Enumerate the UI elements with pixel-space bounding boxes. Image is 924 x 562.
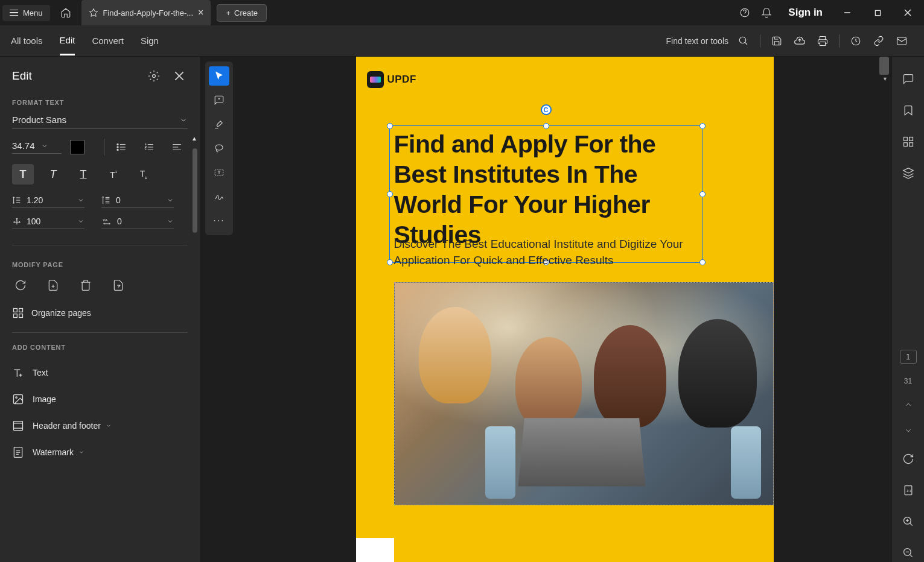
italic-button[interactable]: T <box>42 164 64 185</box>
selection-handle[interactable] <box>543 123 549 129</box>
trash-icon <box>80 279 92 291</box>
fit-width-button[interactable]: 1:1 <box>899 481 918 499</box>
comment-tool[interactable] <box>209 90 229 110</box>
align-button[interactable] <box>168 139 185 156</box>
panel-scrollbar[interactable] <box>193 148 197 558</box>
selection-handle[interactable] <box>387 259 393 265</box>
search-button[interactable] <box>732 30 755 52</box>
line-height-input[interactable]: 1.20 <box>12 195 84 208</box>
tab-sign[interactable]: Sign <box>141 27 159 54</box>
font-name: Product Sans <box>12 115 66 125</box>
superscript-button[interactable]: T¹ <box>103 164 124 185</box>
font-size-input[interactable]: 34.74 <box>12 140 62 154</box>
chat-panel-button[interactable] <box>899 70 918 88</box>
extract-page-button[interactable] <box>110 277 127 294</box>
cloud-button[interactable] <box>788 30 811 52</box>
char-spacing-icon: VA <box>101 216 112 226</box>
underline-button[interactable]: T <box>72 164 94 185</box>
create-button[interactable]: + Create <box>217 4 267 22</box>
right-rail: 1 31 1:1 <box>891 57 924 562</box>
document-scrollbar[interactable] <box>879 57 889 75</box>
menu-button[interactable]: Menu <box>2 5 50 21</box>
document-subheading[interactable]: Discover The Best Educational Institute … <box>394 236 690 268</box>
text-box-icon <box>214 167 225 178</box>
tool-bar: All tools Edit Convert Sign Find text or… <box>0 25 924 57</box>
header-footer-button[interactable]: Header and footer <box>12 412 188 439</box>
document-page[interactable]: UPDF C Find and Apply For the Best Insti… <box>356 57 774 562</box>
layers-panel-button[interactable] <box>899 164 918 182</box>
zoom-out-button[interactable] <box>899 544 918 562</box>
add-text-button[interactable]: Text <box>12 359 188 386</box>
print-button[interactable] <box>811 30 834 52</box>
char-spacing-input[interactable]: VA 0 <box>101 216 174 229</box>
zoom-in-button[interactable] <box>899 513 918 531</box>
chevron-down-icon <box>41 142 48 150</box>
more-tools[interactable]: ··· <box>209 211 229 230</box>
document-image[interactable] <box>394 282 774 505</box>
tab-convert[interactable]: Convert <box>92 27 124 54</box>
italic-icon: T <box>50 168 57 181</box>
link-button[interactable] <box>867 30 890 52</box>
page-down-button[interactable] <box>899 424 918 437</box>
document-tab[interactable]: Find-and-Apply-For-the-... × <box>81 0 211 25</box>
cursor-icon <box>214 71 225 81</box>
watermark-button[interactable]: Watermark <box>12 439 188 466</box>
selection-handle[interactable] <box>387 123 393 129</box>
thumbnails-panel-button[interactable] <box>899 133 918 151</box>
bookmarks-panel-button[interactable] <box>899 101 918 119</box>
help-button[interactable] <box>734 2 756 24</box>
svg-point-20 <box>215 145 223 150</box>
rotate-page-button[interactable] <box>12 277 29 294</box>
svg-rect-5 <box>897 37 906 45</box>
highlighter-icon <box>214 119 225 130</box>
search-icon <box>738 36 749 46</box>
scroll-up-arrow[interactable]: ▲ <box>191 135 197 142</box>
subscript-button[interactable]: T₁ <box>133 164 155 185</box>
share-button[interactable] <box>844 30 867 52</box>
selection-handle[interactable] <box>699 259 706 265</box>
numbered-list-button[interactable] <box>141 139 158 156</box>
close-panel-button[interactable] <box>171 68 188 84</box>
find-label: Find text or tools <box>666 36 729 46</box>
add-image-button[interactable]: Image <box>12 386 188 412</box>
select-tool[interactable] <box>209 66 229 86</box>
sign-tool[interactable] <box>209 187 229 206</box>
email-button[interactable] <box>890 30 913 52</box>
font-family-select[interactable]: Product Sans <box>12 115 188 129</box>
tab-all-tools[interactable]: All tools <box>11 27 43 54</box>
close-tab-button[interactable]: × <box>198 7 203 18</box>
sign-in-button[interactable]: Sign in <box>777 7 833 19</box>
notifications-button[interactable] <box>756 2 777 24</box>
paragraph-spacing-input[interactable]: 0 <box>101 195 174 208</box>
draw-tool[interactable] <box>209 139 229 158</box>
delete-page-button[interactable] <box>77 277 94 294</box>
hamburger-icon <box>10 10 18 16</box>
rotate-view-button[interactable] <box>899 450 918 468</box>
current-page-badge[interactable]: 1 <box>900 350 917 364</box>
home-button[interactable] <box>55 2 77 24</box>
settings-button[interactable] <box>145 68 162 84</box>
insert-page-button[interactable] <box>45 277 62 294</box>
tab-edit[interactable]: Edit <box>60 27 75 55</box>
text-box-tool[interactable] <box>209 163 229 182</box>
selection-handle[interactable] <box>387 191 393 197</box>
page-up-button[interactable] <box>899 399 918 411</box>
horizontal-scale-input[interactable]: T 100 <box>12 216 84 229</box>
save-button[interactable] <box>765 30 788 52</box>
text-color-swatch[interactable] <box>70 140 84 154</box>
chevron-up-icon <box>904 400 913 409</box>
maximize-button[interactable] <box>864 2 891 24</box>
minimize-button[interactable] <box>833 2 861 24</box>
organize-pages-button[interactable]: Organize pages <box>12 307 188 319</box>
document-heading[interactable]: Find and Apply For the Best Institutes I… <box>394 129 702 250</box>
bold-button[interactable]: T <box>12 164 34 185</box>
highlight-tool[interactable] <box>209 115 229 134</box>
rotate-handle[interactable]: C <box>541 104 552 115</box>
page-plus-icon <box>47 279 59 291</box>
layers-icon <box>902 167 914 179</box>
comment-add-icon <box>214 95 225 106</box>
bullet-list-button[interactable] <box>113 139 130 156</box>
selection-handle[interactable] <box>699 123 706 129</box>
document-viewport[interactable]: ▼ UPDF C Find and Apply For the Best Ins… <box>238 57 891 562</box>
close-window-button[interactable] <box>894 2 922 24</box>
